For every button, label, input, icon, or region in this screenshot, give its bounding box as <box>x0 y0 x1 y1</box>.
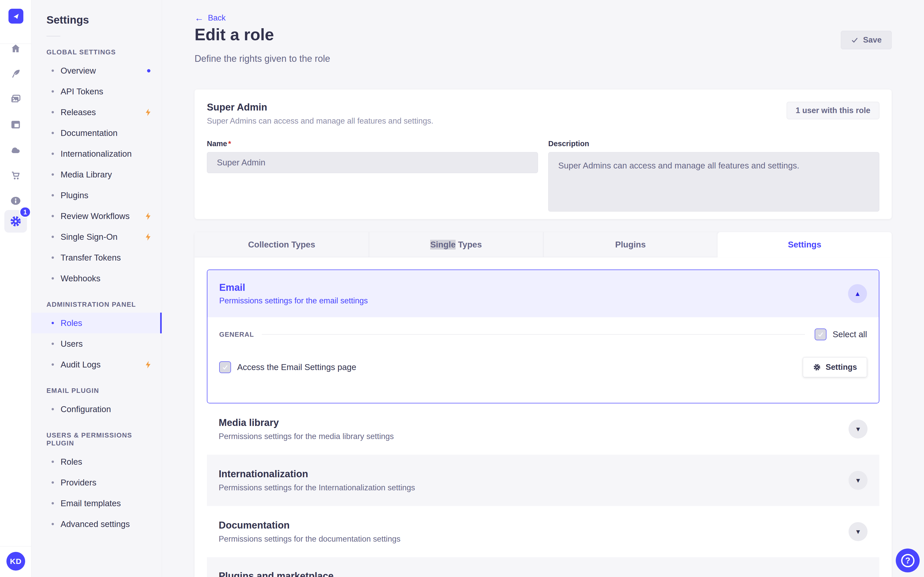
sidebar-item-transfer-tokens[interactable]: Transfer Tokens <box>32 247 162 268</box>
email-accordion-expanded: Email Permissions settings for the email… <box>207 269 879 403</box>
marketplace-cart-icon[interactable] <box>10 169 22 182</box>
documentation-accordion[interactable]: Documentation Permissions settings for t… <box>207 506 879 557</box>
sidebar-item-configuration[interactable]: Configuration <box>32 399 162 419</box>
users-with-role-button[interactable]: 1 user with this role <box>787 102 879 119</box>
sidebar-item-label: API Tokens <box>61 87 103 97</box>
media-library-icon[interactable] <box>10 93 22 105</box>
chevron-down-icon: ▼ <box>855 425 861 433</box>
check-icon <box>817 331 824 338</box>
plugins-marketplace-accordion[interactable]: Plugins and marketplace <box>207 557 879 577</box>
bullet-icon <box>52 69 54 72</box>
email-accordion-subtitle: Permissions settings for the email setti… <box>219 296 368 305</box>
collapse-button[interactable]: ▲ <box>848 284 867 303</box>
sidebar-item-plugins[interactable]: Plugins <box>32 185 162 206</box>
role-name-heading: Super Admin <box>207 102 433 113</box>
strapi-logo[interactable] <box>8 9 23 24</box>
media-library-accordion[interactable]: Media library Permissions settings for t… <box>207 403 879 455</box>
bullet-icon <box>52 363 54 366</box>
select-all-checkbox[interactable] <box>815 329 827 340</box>
sidebar-item-releases[interactable]: Releases <box>32 102 162 122</box>
save-label: Save <box>863 35 882 45</box>
accordion-title: Plugins and marketplace <box>219 571 334 577</box>
tab-collection-types[interactable]: Collection Types <box>195 232 369 257</box>
description-textarea[interactable]: Super Admins can access and manage all f… <box>548 152 879 211</box>
arrow-left-icon: ← <box>195 13 204 23</box>
sidebar-item-roles-admin[interactable]: Roles <box>32 313 162 334</box>
sidebar-item-audit-logs[interactable]: Audit Logs <box>32 354 162 375</box>
sidebar-item-label: Internationalization <box>61 149 132 159</box>
email-accordion-header[interactable]: Email Permissions settings for the email… <box>207 270 879 317</box>
content-type-builder-icon[interactable] <box>10 118 22 131</box>
home-icon[interactable] <box>10 42 22 55</box>
expand-button[interactable]: ▼ <box>848 419 867 438</box>
sidebar-item-label: Providers <box>61 478 96 487</box>
internationalization-accordion[interactable]: Internationalization Permissions setting… <box>207 455 879 506</box>
sidebar-item-label: Audit Logs <box>61 360 101 369</box>
user-avatar[interactable]: KD <box>6 552 25 571</box>
sidebar-title: Settings <box>47 14 162 26</box>
bullet-icon <box>52 153 54 155</box>
sidebar-item-webhooks[interactable]: Webhooks <box>32 268 162 289</box>
access-email-settings-checkbox[interactable] <box>219 361 231 373</box>
sidebar-item-label: Single Sign-On <box>61 232 118 242</box>
sidebar-item-advanced-settings[interactable]: Advanced settings <box>32 514 162 534</box>
sidebar-item-review-workflows[interactable]: Review Workflows <box>32 206 162 226</box>
cloud-deploy-icon[interactable] <box>10 144 22 156</box>
back-label: Back <box>208 13 226 23</box>
lightning-icon <box>144 212 152 221</box>
sidebar-item-api-tokens[interactable]: API Tokens <box>32 81 162 102</box>
lightning-icon <box>144 360 152 369</box>
accordion-title: Internationalization <box>219 469 415 480</box>
section-label-administration-panel: ADMINISTRATION PANEL <box>47 301 162 308</box>
back-link[interactable]: ← Back <box>195 13 226 23</box>
sidebar-item-single-sign-on[interactable]: Single Sign-On <box>32 226 162 247</box>
section-label-email-plugin: EMAIL PLUGIN <box>47 387 162 395</box>
name-label: Name* <box>207 140 538 148</box>
settings-sidebar: Settings GLOBAL SETTINGS Overview API To… <box>32 0 162 577</box>
bullet-icon <box>52 277 54 279</box>
chevron-up-icon: ▲ <box>854 290 861 298</box>
bullet-icon <box>52 215 54 217</box>
chevron-down-icon: ▼ <box>855 528 861 535</box>
sidebar-item-email-templates[interactable]: Email templates <box>32 493 162 514</box>
tab-plugins[interactable]: Plugins <box>543 232 718 257</box>
sidebar-item-roles-up[interactable]: Roles <box>32 451 162 472</box>
section-divider-line <box>262 334 805 335</box>
sidebar-item-label: Documentation <box>61 128 118 138</box>
tab-single-types[interactable]: Single Types <box>369 232 543 257</box>
name-input[interactable] <box>207 152 538 173</box>
settings-rail-item[interactable]: 1 <box>4 210 27 233</box>
content-manager-feather-icon[interactable] <box>10 68 22 80</box>
sidebar-item-label: Releases <box>61 108 96 117</box>
notification-dot-icon <box>147 69 150 73</box>
save-button[interactable]: Save <box>841 31 892 49</box>
required-asterisk: * <box>228 140 231 148</box>
bullet-icon <box>52 502 54 504</box>
bullet-icon <box>52 523 54 525</box>
accordion-subtitle: Permissions settings for the documentati… <box>219 534 401 544</box>
sidebar-item-internationalization[interactable]: Internationalization <box>32 143 162 164</box>
page-title: Edit a role <box>195 25 274 44</box>
bullet-icon <box>52 173 54 176</box>
help-button[interactable]: ? <box>896 548 920 572</box>
sidebar-item-users[interactable]: Users <box>32 334 162 354</box>
page-subtitle: Define the rights given to the role <box>195 53 330 64</box>
sidebar-item-label: Transfer Tokens <box>61 253 121 263</box>
info-icon[interactable] <box>10 195 22 207</box>
chevron-down-icon: ▼ <box>855 477 861 484</box>
email-settings-button-label: Settings <box>826 363 857 372</box>
bullet-icon <box>52 236 54 238</box>
sidebar-item-documentation[interactable]: Documentation <box>32 122 162 143</box>
lightning-icon <box>144 108 152 117</box>
permissions-card: Collection Types Single Types Plugins Se… <box>195 232 892 577</box>
bullet-icon <box>52 322 54 324</box>
sidebar-item-media-library[interactable]: Media Library <box>32 164 162 185</box>
expand-button[interactable]: ▼ <box>848 522 867 541</box>
sidebar-item-providers[interactable]: Providers <box>32 472 162 493</box>
sidebar-item-overview[interactable]: Overview <box>32 60 162 81</box>
expand-button[interactable]: ▼ <box>848 471 867 490</box>
tab-settings[interactable]: Settings <box>718 232 892 257</box>
sidebar-item-label: Media Library <box>61 170 112 179</box>
bullet-icon <box>52 132 54 134</box>
email-settings-button[interactable]: Settings <box>803 357 867 377</box>
